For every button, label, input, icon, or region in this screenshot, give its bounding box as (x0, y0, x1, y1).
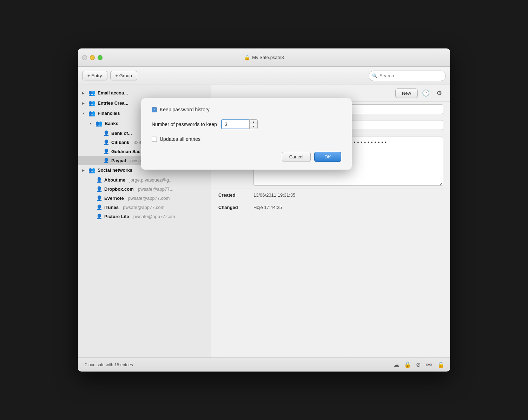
password-history-dialog: ✓ Keep password history Number of passwo… (141, 98, 352, 170)
number-input-wrap: ▲ ▼ (221, 119, 258, 129)
keep-history-checkbox[interactable]: ✓ (152, 107, 157, 112)
keep-history-checkbox-label[interactable]: ✓ Keep password history (152, 107, 210, 112)
shield-icon: 🔒 (244, 55, 250, 60)
updates-all-checkbox[interactable] (152, 137, 157, 142)
password-count-label: Number of passwords to keep (152, 122, 217, 127)
maximize-button[interactable] (98, 55, 103, 60)
keep-history-row: ✓ Keep password history (152, 107, 341, 112)
titlebar: 🔒 My Safe.psafe3 (78, 48, 450, 67)
cancel-button[interactable]: Cancel (282, 152, 311, 162)
stepper: ▲ ▼ (249, 119, 258, 129)
stepper-up-button[interactable]: ▲ (250, 120, 257, 124)
updates-all-text: Updates all entries (160, 136, 200, 142)
password-count-input[interactable] (221, 119, 249, 129)
password-count-row: Number of passwords to keep ▲ ▼ (152, 119, 341, 129)
stepper-down-button[interactable]: ▼ (250, 124, 257, 129)
updates-all-row: Updates all entries (152, 136, 341, 142)
close-button[interactable] (82, 55, 87, 60)
keep-history-text: Keep password history (160, 107, 210, 112)
ok-button[interactable]: OK (314, 152, 341, 162)
window-title: 🔒 My Safe.psafe3 (244, 55, 284, 60)
minimize-button[interactable] (90, 55, 95, 60)
dialog-overlay: ✓ Keep password history Number of passwo… (78, 67, 450, 372)
dialog-buttons: Cancel OK (152, 150, 341, 162)
traffic-lights (82, 55, 103, 60)
main-window: 🔒 My Safe.psafe3 + Entry + Group 🔍 ▶ 👥 E… (78, 48, 450, 372)
